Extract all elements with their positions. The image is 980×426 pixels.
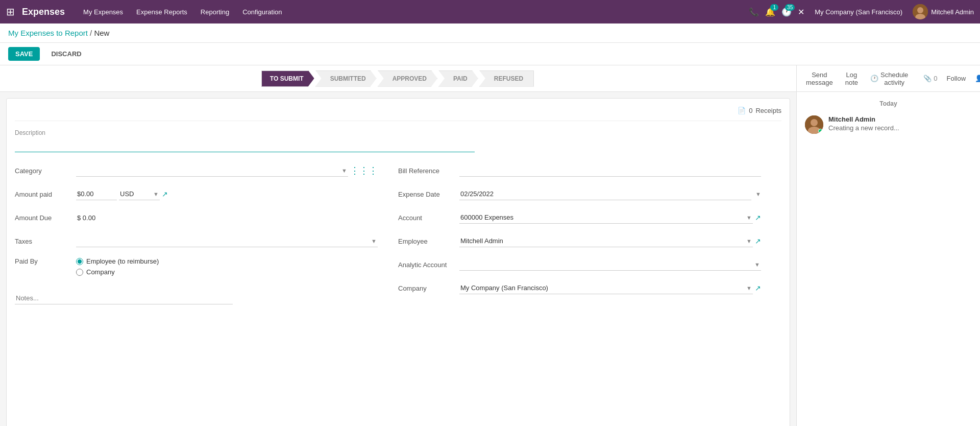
app-title[interactable]: Expenses [22, 7, 65, 17]
receipts-button[interactable]: 📄 0 Receipts [738, 107, 781, 114]
paid-by-company-radio[interactable] [76, 269, 83, 276]
company-select[interactable]: My Company (San Francisco) [459, 282, 753, 294]
expense-date-dropdown-icon: ▼ [755, 191, 761, 197]
amount-due-row: Amount Due $ 0.00 [15, 209, 378, 226]
chatter-avatar [805, 115, 823, 134]
category-label: Category [15, 167, 76, 175]
taxes-select[interactable] [76, 235, 378, 247]
status-approved[interactable]: APPROVED [378, 70, 437, 87]
nav-reporting[interactable]: Reporting [194, 5, 235, 19]
status-to-submit[interactable]: TO SUBMIT [261, 70, 314, 87]
nav-my-expenses[interactable]: My Expenses [77, 5, 129, 19]
category-select[interactable] [76, 164, 348, 177]
status-refused[interactable]: REFUSED [479, 70, 534, 87]
employee-value: Mitchell Admin ▼ ↗ [459, 235, 761, 247]
paid-by-employee-radio[interactable] [76, 258, 83, 265]
amount-due-static: $ 0.00 [76, 212, 96, 224]
barcode-icon[interactable]: ⋮⋮⋮ [350, 165, 378, 176]
currency-select-wrapper: USD ▼ [119, 188, 160, 200]
send-message-button[interactable]: Send message [803, 69, 836, 88]
follow-button[interactable]: Follow [944, 73, 969, 84]
log-note-button[interactable]: Log note [842, 69, 861, 88]
category-select-wrapper: ▼ [76, 164, 348, 177]
nav-expense-reports[interactable]: Expense Reports [130, 5, 193, 19]
svg-point-1 [917, 7, 923, 13]
account-select[interactable]: 600000 Expenses [459, 211, 753, 224]
analytic-account-value: ▼ [459, 258, 761, 271]
apps-grid-icon[interactable]: ⊞ [6, 6, 15, 18]
account-external-link-icon[interactable]: ↗ [755, 214, 761, 222]
form-grid: Category ▼ ⋮⋮⋮ Amount paid [15, 162, 781, 304]
account-select-wrapper: 600000 Expenses ▼ [459, 211, 753, 224]
company-external-link-icon[interactable]: ↗ [755, 284, 761, 292]
receipt-icon: 📄 [738, 107, 746, 114]
account-value: 600000 Expenses ▼ ↗ [459, 211, 761, 224]
company-row: Company My Company (San Francisco) ▼ ↗ [398, 280, 761, 296]
chatter-date-divider: Today [805, 100, 972, 107]
paid-by-company-option[interactable]: Company [76, 268, 159, 276]
main-layout: 📄 0 Receipts Description Category [0, 92, 980, 426]
amount-paid-input[interactable]: $0.00 [76, 188, 117, 200]
bill-reference-label: Bill Reference [398, 167, 459, 175]
employee-select[interactable]: Mitchell Admin [459, 235, 753, 247]
analytic-account-row: Analytic Account ▼ [398, 256, 761, 273]
company-label: Company [398, 285, 459, 292]
paperclip-icon: 📎 [923, 75, 932, 82]
analytic-account-select[interactable] [459, 258, 761, 271]
expense-date-row: Expense Date ▼ [398, 186, 761, 202]
close-icon[interactable]: ✕ [798, 7, 804, 17]
pipeline-steps: TO SUBMIT SUBMITTED APPROVED PAID REFUSE… [261, 70, 535, 87]
employee-external-link-icon[interactable]: ↗ [755, 237, 761, 245]
description-input[interactable] [15, 138, 475, 152]
discard-button[interactable]: DISCARD [44, 47, 88, 61]
account-label: Account [398, 214, 459, 222]
user-avatar [913, 4, 928, 19]
analytic-account-select-wrapper: ▼ [459, 258, 761, 271]
receipts-header: 📄 0 Receipts [15, 107, 781, 121]
expense-date-label: Expense Date [398, 191, 459, 198]
form-right: Bill Reference Expense Date ▼ [398, 162, 781, 304]
bill-reference-value [459, 164, 761, 177]
receipts-label: Receipts [755, 107, 781, 114]
paid-by-row: Paid By Employee (to reimburse) Company [15, 257, 378, 276]
attachments-count: 📎 0 [923, 75, 937, 82]
notification-icon[interactable]: 🔔 1 [765, 7, 775, 17]
activity-badge: 35 [785, 4, 795, 11]
status-chatter-bar: TO SUBMIT SUBMITTED APPROVED PAID REFUSE… [0, 65, 980, 92]
amount-paid-label: Amount paid [15, 191, 76, 198]
currency-external-link-icon[interactable]: ↗ [162, 190, 168, 198]
chatter-message-text: Creating a new record... [828, 124, 972, 132]
category-row: Category ▼ ⋮⋮⋮ [15, 162, 378, 179]
activity-icon[interactable]: 🕐 35 [781, 7, 792, 17]
paid-by-radio-group: Employee (to reimburse) Company [76, 257, 159, 276]
bill-reference-input[interactable] [459, 164, 761, 177]
amount-due-value: $ 0.00 [76, 212, 378, 224]
status-submitted[interactable]: SUBMITTED [315, 70, 377, 87]
save-button[interactable]: SAVE [8, 47, 40, 61]
svg-point-4 [811, 119, 818, 126]
main-menu: My Expenses Expense Reports Reporting Co… [77, 5, 288, 19]
amount-due-label: Amount Due [15, 214, 76, 222]
employee-row: Employee Mitchell Admin ▼ ↗ [398, 233, 761, 249]
expense-date-input[interactable] [459, 188, 751, 200]
account-row: Account 600000 Expenses ▼ ↗ [398, 209, 761, 226]
status-paid[interactable]: PAID [438, 70, 478, 87]
user-menu[interactable]: Mitchell Admin [913, 4, 974, 19]
analytic-account-label: Analytic Account [398, 261, 459, 269]
breadcrumb-parent[interactable]: My Expenses to Report [8, 29, 88, 37]
schedule-activity-button[interactable]: 🕐 Schedule activity [867, 69, 911, 88]
taxes-value: ▼ [76, 235, 378, 247]
paid-by-employee-option[interactable]: Employee (to reimburse) [76, 257, 159, 265]
employee-select-wrapper: Mitchell Admin ▼ [459, 235, 753, 247]
nav-configuration[interactable]: Configuration [236, 5, 288, 19]
description-section: Description [15, 129, 781, 152]
company-select-wrapper: My Company (San Francisco) ▼ [459, 282, 753, 294]
chatter-body: Today Mitchell Admin Creating a new reco… [797, 92, 980, 426]
phone-icon[interactable]: 📞 [749, 7, 759, 17]
followers-count: 👤 0 [975, 75, 980, 82]
category-value: ▼ ⋮⋮⋮ [76, 164, 378, 177]
currency-select[interactable]: USD [119, 188, 160, 200]
notes-input[interactable] [15, 292, 233, 304]
company-name: My Company (San Francisco) [815, 8, 902, 16]
chatter-message: Mitchell Admin Creating a new record... [805, 115, 972, 134]
